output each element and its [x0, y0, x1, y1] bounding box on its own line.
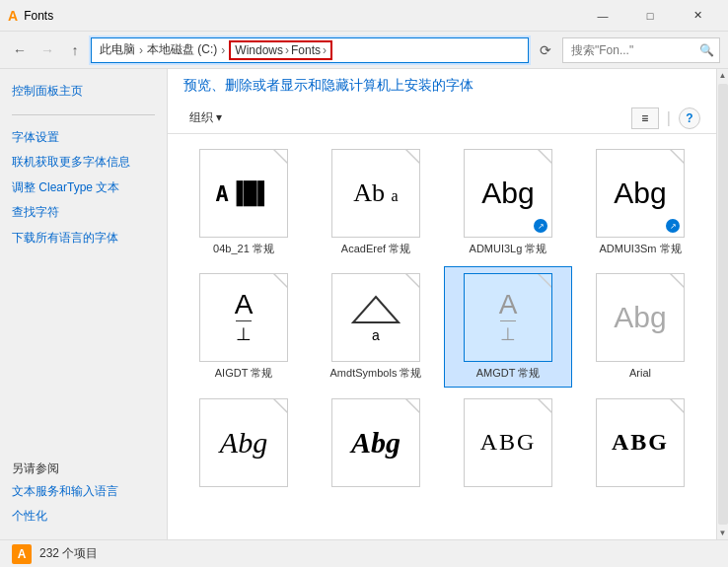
font-label-amdtsymbols: AmdtSymbols 常规 [330, 366, 422, 380]
font-icon-admui3lg: Abg ↗ [464, 149, 552, 238]
font-icon-amdtsymbols: a [331, 273, 420, 362]
font-icon-arial: Abg [596, 273, 685, 362]
title-bar: A Fonts — □ ✕ [0, 0, 728, 32]
font-badge-admui3sm: ↗ [666, 219, 680, 233]
scrollbar[interactable]: ▲ ▼ [716, 69, 728, 539]
status-count: 232 个项目 [39, 545, 98, 562]
status-bar: A 232 个项目 [0, 539, 728, 567]
sidebar-divider [12, 114, 155, 115]
sidebar-font-settings[interactable]: 字体设置 [12, 127, 155, 149]
breadcrumb-drive[interactable]: 本地磁盘 (C:) [147, 41, 217, 58]
address-bar: ← → ↑ 此电脑 › 本地磁盘 (C:) › Windows › Fonts … [0, 32, 728, 69]
sidebar-main-link[interactable]: 控制面板主页 [12, 81, 155, 103]
window-controls: — □ ✕ [580, 0, 720, 32]
search-wrapper: 🔍 [562, 37, 720, 63]
font-icon-amgdt: A ⊥ [464, 273, 552, 362]
sidebar-cleartype[interactable]: 调整 ClearType 文本 [12, 177, 155, 199]
font-item-arial-var4[interactable]: ABG [576, 391, 704, 498]
font-item-arial[interactable]: Abg Arial [576, 266, 704, 387]
sidebar-find-char[interactable]: 查找字符 [12, 202, 155, 224]
font-item-04b21[interactable]: A▐█▌ 04b_21 常规 [180, 142, 308, 262]
font-label-admui3lg: ADMUI3Lg 常规 [470, 242, 547, 255]
scroll-up[interactable]: ▲ [719, 71, 727, 80]
up-button[interactable]: ↑ [63, 38, 87, 62]
content-header: 预览、删除或者显示和隐藏计算机上安装的字体 [168, 69, 716, 103]
font-item-arial-var1[interactable]: Abg [180, 391, 308, 498]
main-layout: 控制面板主页 字体设置 联机获取更多字体信息 调整 ClearType 文本 查… [0, 69, 728, 539]
font-item-arial-var2[interactable]: Abg [312, 391, 440, 498]
forward-button[interactable]: → [36, 38, 59, 62]
font-icon-arial-var1: Abg [199, 398, 288, 487]
font-label-amgdt: AMGDT 常规 [476, 366, 541, 380]
font-icon-arial-var2: Abg [331, 398, 420, 487]
app-icon: A [8, 8, 18, 24]
font-item-admui3lg[interactable]: Abg ↗ ADMUI3Lg 常规 [444, 142, 572, 262]
font-icon-04b21: A▐█▌ [199, 149, 288, 238]
content-area: 预览、删除或者显示和隐藏计算机上安装的字体 组织 ▾ ≡ | ? A▐█▌ 04… [168, 69, 716, 539]
scroll-thumb[interactable] [718, 84, 728, 525]
font-grid: A▐█▌ 04b_21 常规 Ab a AcadEref 常规 Abg [168, 134, 716, 539]
sidebar-download-fonts[interactable]: 下载所有语言的字体 [12, 228, 155, 249]
content-title: 预览、删除或者显示和隐藏计算机上安装的字体 [183, 77, 473, 93]
toolbar: 组织 ▾ ≡ | ? [168, 103, 716, 134]
search-input[interactable] [562, 37, 720, 63]
sidebar-also-title: 另请参阅 [12, 461, 155, 477]
font-icon-arial-var4: ABG [596, 398, 685, 487]
status-icon: A [12, 544, 32, 564]
font-item-arial-var3[interactable]: ABG [444, 391, 572, 498]
breadcrumb-fonts[interactable]: Fonts [291, 43, 321, 57]
triangle-symbol [351, 293, 400, 327]
window-title: Fonts [24, 9, 53, 23]
breadcrumb-pc[interactable]: 此电脑 [100, 41, 135, 58]
font-item-amgdt[interactable]: A ⊥ AMGDT 常规 [444, 266, 572, 387]
sidebar-text-services[interactable]: 文本服务和输入语言 [12, 481, 155, 503]
font-label-acadref: AcadEref 常规 [341, 242, 410, 255]
font-item-aigdt[interactable]: A ⊥ AIGDT 常规 [180, 266, 308, 387]
help-button[interactable]: ? [679, 107, 700, 129]
scroll-down[interactable]: ▼ [719, 529, 727, 537]
font-item-acadref[interactable]: Ab a AcadEref 常规 [312, 142, 440, 262]
sidebar: 控制面板主页 字体设置 联机获取更多字体信息 调整 ClearType 文本 查… [0, 69, 168, 539]
breadcrumb-windows[interactable]: Windows [235, 43, 283, 57]
font-icon-admui3sm: Abg ↗ [596, 149, 685, 238]
font-icon-aigdt: A ⊥ [199, 273, 288, 362]
toolbar-sep: | [667, 109, 671, 127]
font-badge-admui3lg: ↗ [534, 219, 547, 233]
font-label-arial: Arial [629, 366, 651, 380]
breadcrumb-highlight: Windows › Fonts › [229, 40, 332, 60]
maximize-button[interactable]: □ [627, 0, 673, 32]
view-button[interactable]: ≡ [631, 107, 659, 129]
address-box[interactable]: 此电脑 › 本地磁盘 (C:) › Windows › Fonts › [91, 37, 529, 63]
font-item-admui3sm[interactable]: Abg ↗ ADMUI3Sm 常规 [576, 142, 704, 262]
font-item-amdtsymbols[interactable]: a AmdtSymbols 常规 [312, 266, 440, 387]
svg-marker-0 [353, 297, 399, 322]
sidebar-personalize[interactable]: 个性化 [12, 506, 155, 528]
font-icon-arial-var3: ABG [464, 398, 552, 487]
refresh-button[interactable]: ⟳ [533, 37, 558, 63]
close-button[interactable]: ✕ [675, 0, 720, 32]
font-label-admui3sm: ADMUI3Sm 常规 [599, 242, 681, 255]
font-label-aigdt: AIGDT 常规 [215, 366, 272, 380]
minimize-button[interactable]: — [580, 0, 625, 32]
font-label-04b21: 04b_21 常规 [213, 242, 274, 255]
search-icon: 🔍 [699, 43, 714, 57]
sidebar-get-fonts[interactable]: 联机获取更多字体信息 [12, 152, 155, 174]
back-button[interactable]: ← [8, 38, 32, 62]
font-icon-acadref: Ab a [331, 149, 420, 238]
organize-button[interactable]: 组织 ▾ [183, 106, 228, 129]
